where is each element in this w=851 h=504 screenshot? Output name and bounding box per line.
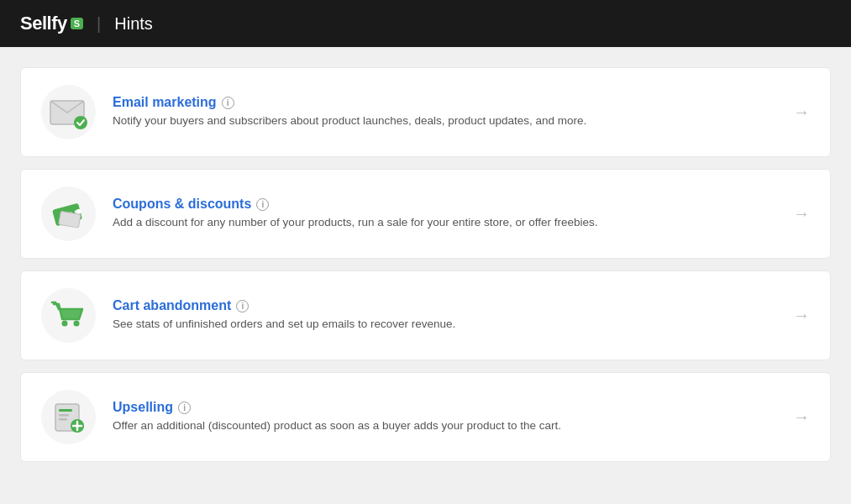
logo: Sellfy S [20,13,83,34]
svg-point-7 [73,320,79,326]
header-divider: | [97,14,101,34]
email-marketing-title: Email marketing i [113,95,776,110]
main-content: Email marketing i Notify your buyers and… [0,47,851,504]
coupons-svg: SALE [47,196,91,233]
email-marketing-arrow: → [793,102,810,122]
svg-rect-10 [59,414,69,417]
upselling-card[interactable]: Upselling i Offer an additional (discoun… [20,372,831,462]
upselling-desc: Offer an additional (discounted) product… [113,418,776,434]
email-svg [47,94,91,131]
upselling-content: Upselling i Offer an additional (discoun… [113,400,776,434]
upselling-info-icon[interactable]: i [178,402,191,414]
page-title: Hints [114,14,153,34]
cart-abandonment-desc: See stats of unfinished orders and set u… [113,317,776,333]
coupons-discounts-info-icon[interactable]: i [256,198,269,211]
upselling-icon [41,390,96,444]
app-container: Sellfy S | Hints [0,0,851,504]
svg-rect-11 [59,418,67,421]
email-marketing-icon [41,85,96,139]
coupons-discounts-content: Coupons & discounts i Add a discount for… [113,197,776,231]
coupons-discounts-arrow: → [793,204,810,223]
email-marketing-content: Email marketing i Notify your buyers and… [113,95,776,129]
svg-point-1 [74,116,87,129]
cart-abandonment-card[interactable]: Cart abandonment i See stats of unfinish… [20,270,831,360]
cart-abandonment-info-icon[interactable]: i [236,300,249,312]
header: Sellfy S | Hints [0,0,851,47]
cart-abandonment-content: Cart abandonment i See stats of unfinish… [113,298,776,333]
coupons-discounts-title: Coupons & discounts i [113,197,776,212]
email-marketing-info-icon[interactable]: i [222,97,234,109]
svg-rect-5 [58,211,80,228]
email-marketing-desc: Notify your buyers and subscribers about… [113,113,776,129]
logo-text: Sellfy [20,13,67,34]
upselling-title: Upselling i [113,400,776,415]
coupons-discounts-desc: Add a discount for any number of your pr… [113,215,776,231]
coupons-discounts-icon: SALE [41,186,96,241]
coupons-discounts-card[interactable]: SALE Coupons & discounts i Add a discoun… [20,169,831,259]
upsell-svg [47,397,91,438]
cart-abandonment-title: Cart abandonment i [113,298,776,313]
upselling-arrow: → [793,407,810,427]
email-marketing-card[interactable]: Email marketing i Notify your buyers and… [20,67,831,157]
cart-abandonment-arrow: → [793,306,810,325]
cart-abandonment-icon [41,288,96,343]
svg-point-6 [61,320,67,326]
logo-badge: S [71,18,83,29]
svg-rect-9 [59,409,72,412]
cart-svg [47,296,91,336]
